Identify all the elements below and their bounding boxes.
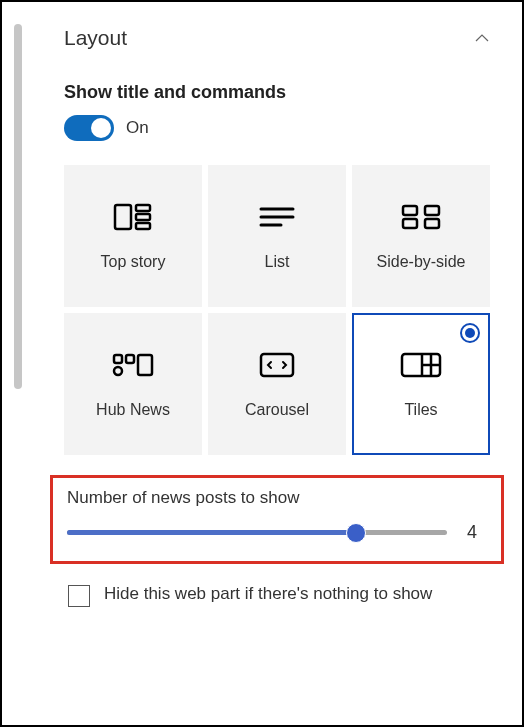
top-story-icon <box>109 201 157 233</box>
layout-option-side-by-side[interactable]: Side-by-side <box>352 165 490 307</box>
slider-row: 4 <box>67 522 487 543</box>
slider-label: Number of news posts to show <box>67 488 487 508</box>
layout-option-list[interactable]: List <box>208 165 346 307</box>
layout-label: Tiles <box>404 401 437 419</box>
toggle-knob <box>91 118 111 138</box>
layout-option-tiles[interactable]: Tiles <box>352 313 490 455</box>
svg-rect-9 <box>403 219 417 228</box>
layout-label: List <box>265 253 290 271</box>
hide-webpart-label: Hide this web part if there's nothing to… <box>104 582 432 606</box>
section-title: Layout <box>64 26 127 50</box>
svg-rect-0 <box>115 205 131 229</box>
layout-option-carousel[interactable]: Carousel <box>208 313 346 455</box>
section-header[interactable]: Layout <box>64 26 490 50</box>
layout-label: Carousel <box>245 401 309 419</box>
svg-rect-8 <box>425 206 439 215</box>
slider-fill <box>67 530 356 535</box>
show-title-toggle[interactable] <box>64 115 114 141</box>
svg-rect-7 <box>403 206 417 215</box>
layout-label: Hub News <box>96 401 170 419</box>
layout-label: Top story <box>101 253 166 271</box>
hub-news-icon <box>109 349 157 381</box>
toggle-row: On <box>64 115 490 141</box>
svg-rect-2 <box>136 214 150 220</box>
list-icon <box>253 201 301 233</box>
svg-rect-15 <box>261 354 293 376</box>
slider-value: 4 <box>467 522 487 543</box>
svg-rect-3 <box>136 223 150 229</box>
layout-options-grid: Top story List Side-by-si <box>64 165 490 455</box>
svg-rect-10 <box>425 219 439 228</box>
side-by-side-icon <box>397 201 445 233</box>
svg-rect-12 <box>126 355 134 363</box>
posts-count-slider[interactable] <box>67 530 447 535</box>
layout-label: Side-by-side <box>377 253 466 271</box>
slider-thumb[interactable] <box>346 523 366 543</box>
layout-option-hub-news[interactable]: Hub News <box>64 313 202 455</box>
svg-rect-14 <box>138 355 152 375</box>
posts-count-section: Number of news posts to show 4 <box>50 475 504 564</box>
layout-panel: Layout Show title and commands On Top st… <box>2 2 522 631</box>
hide-webpart-row: Hide this web part if there's nothing to… <box>64 582 490 607</box>
svg-rect-1 <box>136 205 150 211</box>
chevron-up-icon <box>474 30 490 46</box>
toggle-state-label: On <box>126 118 149 138</box>
tiles-icon <box>397 349 445 381</box>
scrollbar[interactable] <box>14 24 22 389</box>
svg-rect-11 <box>114 355 122 363</box>
layout-option-top-story[interactable]: Top story <box>64 165 202 307</box>
hide-webpart-checkbox[interactable] <box>68 585 90 607</box>
toggle-heading: Show title and commands <box>64 82 490 103</box>
carousel-icon <box>253 349 301 381</box>
selected-radio-icon <box>460 323 480 343</box>
svg-point-13 <box>114 367 122 375</box>
